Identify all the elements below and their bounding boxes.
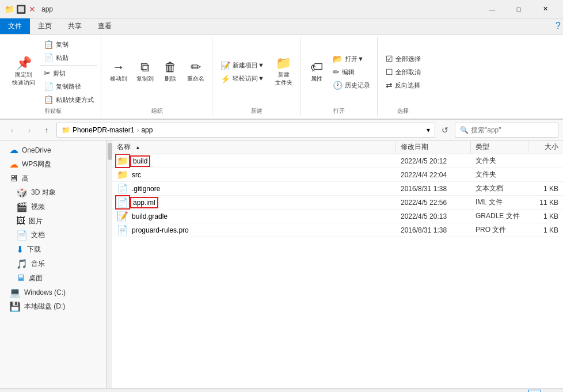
file-type-src: 文件夹 (471, 169, 528, 181)
sidebar-label-desktop: 桌面 (29, 273, 43, 283)
sidebar-item-wps[interactable]: ☁ WPS网盘 (0, 157, 106, 172)
close-button[interactable]: ✕ (532, 0, 558, 18)
address-path[interactable]: 📁 PhonePDR-master1 › app ▾ (56, 123, 435, 138)
ribbon-group-open: 🏷 属性 📂 打开▼ ✏ 编辑 🕐 历史记录 (302, 37, 378, 116)
rename-button[interactable]: ✏ 重命名 (183, 58, 208, 86)
sidebar-label-docs: 文档 (31, 230, 45, 240)
file-icon-gitignore: 📄 (117, 183, 128, 194)
sidebar-item-video[interactable]: 🎬 视频 (0, 200, 106, 214)
sidebar-label-wps: WPS网盘 (22, 159, 51, 169)
sidebar: ☁ OneDrive ☁ WPS网盘 🖥 高 🎲 3D 对象 🎬 视频 🖼 图片… (0, 140, 106, 388)
gitignore-name-label: .gitignore (132, 185, 160, 193)
file-row-gitignore[interactable]: 📄 .gitignore 2016/8/31 1:38 文本文档 1 KB (112, 182, 563, 196)
grid-view-button[interactable]: ⊞ (528, 390, 541, 393)
docs-icon: 📄 (9, 230, 28, 241)
copy-path-button[interactable]: 📄 复制路径 (40, 80, 97, 93)
file-row-appiml[interactable]: 📄 app.iml 2022/4/5 22:56 IML 文件 11 KB (112, 196, 563, 210)
select-all-button[interactable]: ☑ 全部选择 (382, 52, 424, 65)
sidebar-item-downloads[interactable]: ⬇ 下载 (0, 242, 106, 257)
sidebar-label-onedrive: OneDrive (22, 146, 51, 154)
new-folder-button[interactable]: 📁 新建文件夹 (271, 54, 296, 90)
sidebar-label-music: 音乐 (31, 259, 45, 269)
column-name[interactable]: 名称 ▲ (112, 141, 396, 153)
new-label: 新建 (217, 106, 296, 115)
open-button[interactable]: 📂 打开▼ (329, 52, 374, 65)
cut-icon: ✂ (44, 68, 51, 78)
sidebar-item-onedrive[interactable]: ☁ OneDrive (0, 143, 106, 157)
file-name-appiml: 📄 app.iml (112, 196, 396, 209)
tab-view[interactable]: 查看 (90, 18, 120, 34)
refresh-button[interactable]: ↺ (438, 123, 452, 138)
file-size-gitignore: 1 KB (528, 184, 563, 194)
help-icon[interactable]: ? (553, 18, 563, 34)
paste-shortcut-button[interactable]: 📋 粘贴快捷方式 (40, 93, 97, 106)
ribbon-tabs: 文件 主页 共享 查看 ? (0, 18, 563, 35)
file-type-build: 文件夹 (471, 155, 528, 167)
deselect-all-button[interactable]: ☐ 全部取消 (382, 66, 424, 78)
column-type[interactable]: 类型 (471, 141, 528, 153)
new-buttons: 📝 新建项目▼ ⚡ 轻松访问▼ 📁 新建文件夹 (217, 38, 296, 106)
back-button[interactable]: ‹ (5, 123, 20, 138)
tab-home[interactable]: 主页 (30, 18, 60, 34)
copy-to-button[interactable]: ⧉ 复制到 (132, 58, 158, 86)
buildgradle-name-label: build.gradle (132, 212, 168, 220)
cut-button[interactable]: ✂ 剪切 (40, 67, 97, 79)
file-row-proguard[interactable]: 📄 proguard-rules.pro 2016/8/31 1:38 PRO … (112, 223, 563, 237)
history-icon: 🕐 (333, 81, 343, 90)
copy-button[interactable]: 📋 复制 (40, 38, 97, 51)
new-item-button[interactable]: 📝 新建项目▼ (217, 59, 268, 72)
list-view-button[interactable]: ☰ (543, 390, 556, 393)
sidebar-item-d-drive[interactable]: 💾 本地磁盘 (D:) (0, 299, 106, 314)
file-name-src: 📁 src (112, 168, 396, 181)
history-button[interactable]: 🕐 历史记录 (329, 79, 374, 92)
file-row-build[interactable]: 📁 build 2022/4/5 20:12 文件夹 (112, 154, 563, 168)
tab-share[interactable]: 共享 (60, 18, 90, 34)
ribbon-group-select: ☑ 全部选择 ☐ 全部取消 ⇄ 反向选择 选择 (379, 37, 428, 116)
move-to-button[interactable]: → 移动到 (106, 58, 131, 86)
open-label: 打开 (305, 106, 374, 115)
file-name-gitignore: 📄 .gitignore (112, 182, 396, 195)
paste-button[interactable]: 📄 粘贴 (40, 51, 97, 64)
onedrive-icon: ☁ (9, 144, 18, 155)
sidebar-item-gao[interactable]: 🖥 高 (0, 172, 106, 185)
sidebar-item-pictures[interactable]: 🖼 图片 (0, 214, 106, 228)
easy-access-button[interactable]: ⚡ 轻松访问▼ (217, 73, 268, 85)
file-size-appiml: 11 KB (528, 197, 563, 208)
file-row-src[interactable]: 📁 src 2022/4/4 22:04 文件夹 (112, 168, 563, 182)
column-date[interactable]: 修改日期 (396, 141, 471, 153)
edit-button[interactable]: ✏ 编辑 (329, 66, 374, 78)
window-icon3: ✕ (28, 5, 37, 14)
file-size-build (528, 160, 563, 162)
sidebar-item-docs[interactable]: 📄 文档 (0, 228, 106, 242)
view-toggle: ⊞ ☰ (528, 390, 556, 393)
search-input[interactable] (471, 126, 557, 134)
invert-selection-button[interactable]: ⇄ 反向选择 (382, 79, 424, 92)
search-box[interactable]: 🔍 (455, 123, 558, 138)
window-icon2: 🔲 (16, 5, 25, 14)
minimize-button[interactable]: — (479, 0, 505, 18)
open-right-col: 📂 打开▼ ✏ 编辑 🕐 历史记录 (329, 52, 374, 92)
sidebar-item-desktop[interactable]: 🖥 桌面 (0, 271, 106, 285)
sidebar-item-c-drive[interactable]: 💻 Windows (C:) (0, 285, 106, 299)
forward-button[interactable]: › (22, 123, 37, 138)
sidebar-item-music[interactable]: 🎵 音乐 (0, 257, 106, 271)
sidebar-scrollbar[interactable] (106, 140, 112, 388)
pin-to-quickaccess-button[interactable]: 📌 固定到快速访问 (8, 54, 39, 90)
dropdown-arrow: ▾ (427, 126, 430, 134)
new-folder-icon: 📁 (276, 57, 291, 70)
column-size[interactable]: 大小 (528, 141, 563, 153)
status-bar: 6 个项目 ⊞ ☰ (0, 388, 563, 392)
tab-file[interactable]: 文件 (0, 18, 30, 34)
maximize-button[interactable]: □ (505, 0, 532, 18)
properties-button[interactable]: 🏷 属性 (305, 58, 328, 86)
desktop-icon: 🖥 (9, 273, 25, 283)
edit-icon: ✏ (333, 67, 340, 77)
sidebar-item-3d[interactable]: 🎲 3D 对象 (0, 185, 106, 200)
up-button[interactable]: ↑ (39, 123, 54, 138)
file-list: 📁 build 2022/4/5 20:12 文件夹 📁 src 2022/4/… (112, 154, 563, 388)
file-row-buildgradle[interactable]: 📝 build.gradle 2022/4/5 20:13 GRADLE 文件 … (112, 210, 563, 223)
sidebar-label-c-drive: Windows (C:) (24, 288, 66, 296)
delete-button[interactable]: 🗑 删除 (159, 58, 182, 86)
file-date-src: 2022/4/4 22:04 (396, 170, 471, 180)
properties-icon: 🏷 (310, 61, 323, 74)
